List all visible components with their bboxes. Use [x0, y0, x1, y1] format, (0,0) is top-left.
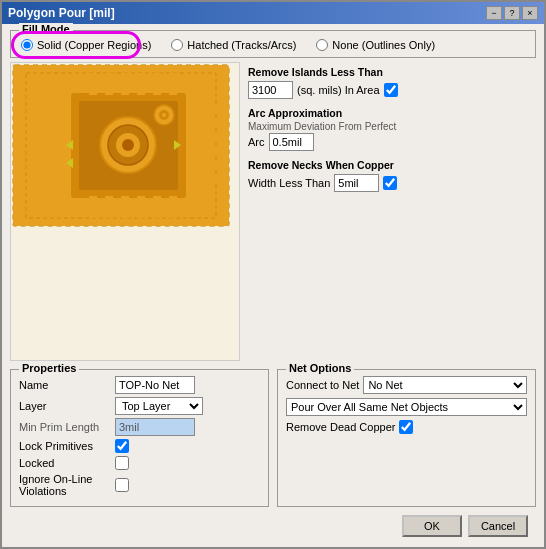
svg-rect-6 [29, 133, 69, 141]
remove-islands-label: Remove Islands Less Than [248, 66, 536, 80]
svg-rect-10 [188, 105, 218, 113]
svg-rect-11 [188, 119, 218, 127]
hatched-radio-option[interactable]: Hatched (Tracks/Arcs) [171, 39, 296, 51]
svg-rect-9 [29, 175, 69, 183]
svg-rect-20 [153, 73, 161, 95]
svg-rect-15 [188, 175, 218, 183]
hatched-label: Hatched (Tracks/Arcs) [187, 39, 296, 51]
locked-label: Locked [19, 457, 109, 469]
connect-net-row: Connect to Net No Net [286, 376, 527, 394]
lock-primitives-label: Lock Primitives [19, 440, 109, 452]
remove-dead-label: Remove Dead Copper [286, 421, 395, 433]
connect-net-select[interactable]: No Net [363, 376, 527, 394]
svg-rect-16 [89, 73, 97, 95]
arc-approx-sub-label: Maximum Deviation From Perfect [248, 121, 536, 132]
right-options: Remove Islands Less Than (sq. mils) In A… [248, 62, 536, 361]
min-prim-input[interactable] [115, 418, 195, 436]
svg-rect-14 [188, 161, 218, 169]
remove-dead-row: Remove Dead Copper [286, 420, 527, 434]
remove-necks-input[interactable] [334, 174, 379, 192]
main-content: Remove Islands Less Than (sq. mils) In A… [10, 62, 536, 361]
svg-rect-22 [89, 196, 97, 218]
svg-point-31 [122, 139, 134, 151]
remove-necks-label2: Width Less Than [248, 177, 330, 189]
title-bar: Polygon Pour [mil] − ? × [2, 2, 544, 24]
min-prim-label: Min Prim Length [19, 421, 109, 433]
arc-approx-controls: Arc [248, 133, 536, 151]
net-options-group: Net Options Connect to Net No Net Pour O… [277, 369, 536, 507]
net-options-legend: Net Options [286, 362, 354, 374]
svg-rect-8 [29, 161, 69, 169]
svg-rect-21 [169, 73, 177, 95]
none-radio[interactable] [316, 39, 328, 51]
remove-necks-option: Remove Necks When Copper Width Less Than [248, 159, 536, 192]
lock-primitives-checkbox[interactable] [115, 439, 129, 453]
remove-islands-unit: (sq. mils) In Area [297, 84, 380, 96]
ignore-row: Ignore On-Line Violations [19, 473, 260, 497]
solid-label: Solid (Copper Regions) [37, 39, 151, 51]
solid-option-wrapper: Solid (Copper Regions) [21, 39, 151, 51]
fill-mode-options: Solid (Copper Regions) Hatched (Tracks/A… [21, 39, 525, 51]
name-row: Name [19, 376, 260, 394]
remove-necks-checkbox[interactable] [383, 176, 397, 190]
layer-select[interactable]: Top Layer [115, 397, 203, 415]
ok-button[interactable]: OK [402, 515, 462, 537]
hatched-radio[interactable] [171, 39, 183, 51]
ignore-checkbox[interactable] [115, 478, 129, 492]
pour-over-select[interactable]: Pour Over All Same Net Objects [286, 398, 527, 416]
solid-radio-option[interactable]: Solid (Copper Regions) [21, 39, 151, 51]
arc-approx-label: Arc Approximation [248, 107, 536, 121]
svg-rect-18 [121, 73, 129, 95]
fill-mode-legend: Fill Mode [19, 23, 73, 35]
svg-point-34 [162, 113, 166, 117]
main-window: Polygon Pour [mil] − ? × Fill Mode Solid… [0, 0, 546, 549]
ignore-label: Ignore On-Line Violations [19, 473, 109, 497]
min-prim-row: Min Prim Length [19, 418, 260, 436]
remove-dead-checkbox[interactable] [399, 420, 413, 434]
svg-rect-13 [188, 147, 218, 155]
layer-row: Layer Top Layer [19, 397, 260, 415]
svg-rect-17 [105, 73, 113, 95]
close-button[interactable]: × [522, 6, 538, 20]
name-label: Name [19, 379, 109, 391]
remove-islands-checkbox[interactable] [384, 83, 398, 97]
name-input[interactable] [115, 376, 195, 394]
none-radio-option[interactable]: None (Outlines Only) [316, 39, 435, 51]
solid-radio[interactable] [21, 39, 33, 51]
connect-net-label: Connect to Net [286, 379, 359, 391]
remove-necks-label: Remove Necks When Copper [248, 159, 536, 173]
pcb-diagram [11, 63, 231, 228]
minimize-button[interactable]: − [486, 6, 502, 20]
arc-label: Arc [248, 136, 265, 148]
locked-checkbox[interactable] [115, 456, 129, 470]
diagram-area [10, 62, 240, 361]
cancel-button[interactable]: Cancel [468, 515, 528, 537]
help-button[interactable]: ? [504, 6, 520, 20]
footer: OK Cancel [10, 511, 536, 541]
remove-islands-option: Remove Islands Less Than (sq. mils) In A… [248, 66, 536, 99]
remove-islands-controls: (sq. mils) In Area [248, 81, 536, 99]
arc-approx-input[interactable] [269, 133, 314, 151]
bottom-section: Properties Name Layer Top Layer Min Prim… [10, 369, 536, 507]
arc-approx-option: Arc Approximation Maximum Deviation From… [248, 107, 536, 152]
window-body: Fill Mode Solid (Copper Regions) Hatched… [2, 24, 544, 547]
fill-mode-group: Fill Mode Solid (Copper Regions) Hatched… [10, 30, 536, 58]
layer-label: Layer [19, 400, 109, 412]
window-title: Polygon Pour [mil] [8, 6, 115, 20]
svg-rect-26 [153, 196, 161, 218]
svg-rect-7 [29, 147, 69, 155]
locked-row: Locked [19, 456, 260, 470]
svg-rect-5 [29, 119, 69, 127]
properties-legend: Properties [19, 362, 79, 374]
title-bar-controls: − ? × [486, 6, 538, 20]
svg-rect-12 [188, 133, 218, 141]
svg-rect-19 [137, 73, 145, 95]
remove-islands-input[interactable] [248, 81, 293, 99]
none-label: None (Outlines Only) [332, 39, 435, 51]
lock-primitives-row: Lock Primitives [19, 439, 260, 453]
svg-rect-25 [137, 196, 145, 218]
properties-group: Properties Name Layer Top Layer Min Prim… [10, 369, 269, 507]
svg-rect-27 [169, 196, 177, 218]
svg-rect-23 [105, 196, 113, 218]
svg-rect-4 [29, 105, 69, 113]
